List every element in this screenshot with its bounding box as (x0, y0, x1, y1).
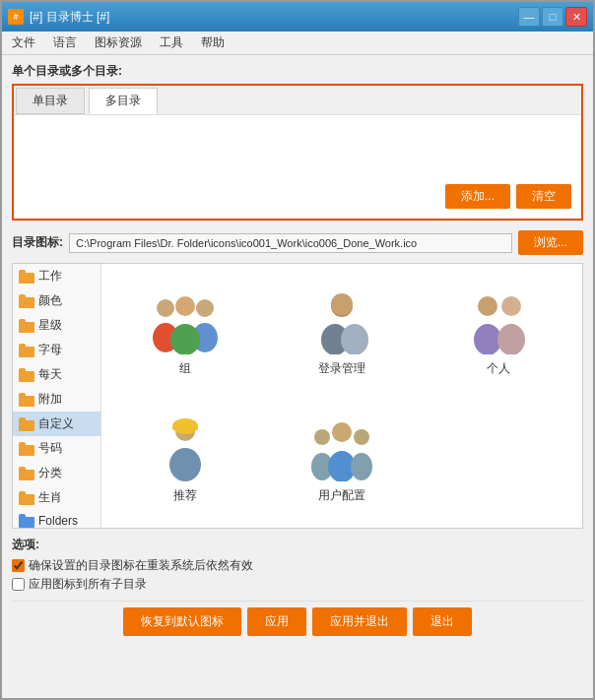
sidebar-item-category[interactable]: 分类 (13, 461, 100, 485)
svg-point-0 (157, 299, 174, 317)
svg-point-17 (169, 448, 201, 481)
svg-point-9 (331, 293, 353, 315)
userconfig-icon-img (307, 414, 376, 483)
restore-default-button[interactable]: 恢复到默认图标 (123, 607, 241, 636)
title-bar-left: # [#] 目录博士 [#] (8, 9, 109, 26)
exit-button[interactable]: 退出 (413, 607, 472, 636)
recommend-label: 推荐 (173, 487, 197, 504)
maximize-button[interactable]: □ (542, 7, 563, 27)
sidebar-label-attach: 附加 (38, 391, 62, 408)
sidebar-label-folders: Folders (38, 514, 78, 528)
menu-help[interactable]: 帮助 (197, 32, 229, 53)
clear-button[interactable]: 清空 (516, 184, 571, 209)
sidebar-item-letter[interactable]: 字母 (13, 338, 100, 362)
svg-point-18 (314, 429, 330, 445)
sidebar-label-daily: 每天 (38, 366, 62, 383)
login-icon-img (307, 287, 376, 356)
folder-icon (19, 368, 34, 382)
sidebar-item-zodiac[interactable]: 生肖 (13, 485, 100, 510)
personal-icon-img (464, 287, 533, 356)
checkbox-subdir-label: 应用图标到所有子目录 (29, 576, 147, 593)
svg-point-20 (332, 422, 352, 442)
folder-icon (19, 294, 34, 308)
svg-point-2 (196, 299, 214, 317)
apply-exit-button[interactable]: 应用并退出 (312, 607, 407, 636)
svg-point-4 (175, 296, 195, 316)
sidebar-label-number: 号码 (38, 440, 62, 457)
title-bar: # [#] 目录博士 [#] — □ ✕ (2, 2, 593, 32)
folder-icon-blue (19, 514, 34, 528)
options-label: 选项: (12, 537, 583, 553)
close-button[interactable]: ✕ (565, 7, 587, 27)
svg-point-11 (474, 324, 501, 354)
svg-point-12 (501, 296, 521, 316)
folder-icon (19, 270, 34, 284)
menu-language[interactable]: 语言 (49, 32, 81, 53)
sidebar-label-star: 星级 (38, 317, 62, 334)
icon-item-group[interactable]: 组 (151, 287, 220, 377)
tab-actions: 添加... 清空 (20, 180, 575, 213)
sidebar-item-star[interactable]: 星级 (13, 313, 100, 338)
icon-item-empty (464, 423, 533, 496)
checkbox-subdir-row: 应用图标到所有子目录 (12, 576, 583, 593)
add-button[interactable]: 添加... (445, 184, 510, 209)
svg-point-10 (478, 296, 497, 316)
sidebar-item-custom[interactable]: 自定义 (13, 412, 100, 436)
svg-point-22 (354, 429, 369, 445)
browse-button[interactable]: 浏览... (518, 230, 583, 255)
personal-label: 个人 (487, 360, 510, 377)
icon-item-personal[interactable]: 个人 (464, 287, 533, 377)
login-label: 登录管理 (318, 360, 365, 377)
sidebar-label-zodiac: 生肖 (38, 489, 62, 506)
sidebar-item-color[interactable]: 颜色 (13, 288, 100, 313)
menu-bar: 文件 语言 图标资源 工具 帮助 (2, 32, 593, 55)
checkbox-persist[interactable] (12, 559, 25, 572)
tab-single[interactable]: 单目录 (16, 88, 85, 114)
folder-icon (19, 467, 34, 480)
icon-path: C:\Program Files\Dr. Folder\icons\ico001… (69, 233, 512, 253)
folder-icon (19, 344, 34, 357)
sidebar-label-work: 工作 (38, 268, 62, 285)
menu-icons[interactable]: 图标资源 (91, 32, 146, 53)
dir-textarea[interactable] (20, 121, 575, 180)
userconfig-label: 用户配置 (318, 487, 365, 504)
footer-buttons: 恢复到默认图标 应用 应用并退出 退出 (12, 601, 583, 640)
sidebar-item-folders[interactable]: Folders (13, 510, 100, 528)
checkbox-subdir[interactable] (12, 578, 25, 591)
dir-section-label: 单个目录或多个目录: (12, 63, 583, 80)
minimize-button[interactable]: — (518, 7, 540, 27)
app-icon: # (8, 9, 24, 25)
sidebar-item-attach[interactable]: 附加 (13, 387, 100, 412)
options-section: 选项: 确保设置的目录图标在重装系统后依然有效 应用图标到所有子目录 (12, 537, 583, 593)
folder-icon (19, 393, 34, 407)
tab-content: 添加... 清空 (14, 115, 581, 219)
sidebar-label-category: 分类 (38, 465, 62, 481)
empty-icon-img (464, 423, 533, 492)
svg-rect-16 (172, 425, 198, 430)
folder-icon (19, 491, 34, 505)
sidebar-item-daily[interactable]: 每天 (13, 362, 100, 387)
menu-file[interactable]: 文件 (8, 32, 39, 53)
sidebar-item-number[interactable]: 号码 (13, 436, 100, 461)
title-controls: — □ ✕ (518, 7, 587, 27)
icon-item-userconfig[interactable]: 用户配置 (307, 414, 376, 504)
dir-tab-panel: 单目录 多目录 添加... 清空 (12, 84, 583, 221)
icon-grid: 组 登录管理 (101, 264, 582, 528)
tab-multi[interactable]: 多目录 (89, 88, 158, 114)
menu-tools[interactable]: 工具 (156, 32, 187, 53)
window-title: [#] 目录博士 [#] (30, 9, 109, 26)
apply-button[interactable]: 应用 (247, 607, 306, 636)
checkbox-persist-row: 确保设置的目录图标在重装系统后依然有效 (12, 557, 583, 574)
folder-icon (19, 442, 34, 456)
folder-icon (19, 319, 34, 333)
main-area: 工作 颜色 星级 字母 每天 (12, 263, 583, 529)
tab-bar: 单目录 多目录 (14, 86, 581, 115)
dir-icon-row: 目录图标: C:\Program Files\Dr. Folder\icons\… (12, 230, 583, 255)
icon-item-recommend[interactable]: 推荐 (151, 414, 220, 504)
content-area: 单个目录或多个目录: 单目录 多目录 添加... 清空 目录图标: C:\Pro… (2, 55, 593, 698)
sidebar-item-work[interactable]: 工作 (13, 264, 100, 288)
group-label: 组 (179, 360, 191, 377)
checkbox-persist-label: 确保设置的目录图标在重装系统后依然有效 (29, 557, 253, 574)
icon-item-login[interactable]: 登录管理 (307, 287, 376, 377)
sidebar-label-custom: 自定义 (38, 415, 74, 432)
